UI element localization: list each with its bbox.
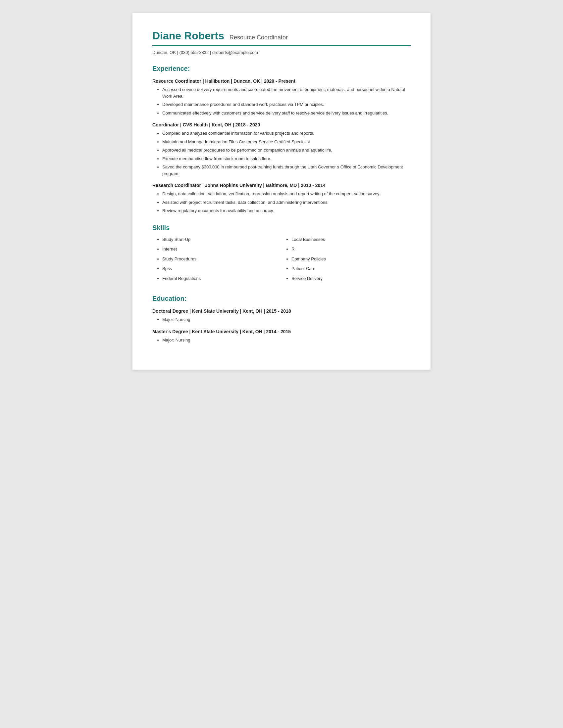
job-bullets-1: Assessed service delivery requirements a…	[152, 86, 411, 116]
skills-grid: Study Start-Up Internet Study Procedures…	[152, 236, 411, 285]
skills-right-column: Local Businesses R Company Policies Pati…	[282, 236, 411, 285]
job-heading-3: Research Coordinator | Johns Hopkins Uni…	[152, 183, 411, 188]
skill-item: Internet	[162, 246, 282, 252]
job-bullets-3: Design, data collection, validation, ver…	[152, 191, 411, 214]
bullet-item: Assessed service delivery requirements a…	[162, 86, 411, 99]
education-section: Education: Doctoral Degree | Kent State …	[152, 295, 411, 343]
bullet-item: Assisted with project recruitment tasks,…	[162, 199, 411, 206]
experience-title: Experience:	[152, 65, 411, 72]
education-title: Education:	[152, 295, 411, 302]
skill-item: Study Start-Up	[162, 236, 282, 243]
degree-bullets-2: Major: Nursing	[152, 337, 411, 343]
bullet-item: Compiled and analyzes confidential infor…	[162, 130, 411, 137]
candidate-name: Diane Roberts	[152, 30, 224, 42]
skills-title: Skills	[152, 224, 411, 232]
bullet-item: Approved all medical procedures to be pe…	[162, 147, 411, 154]
skills-section: Skills Study Start-Up Internet Study Pro…	[152, 224, 411, 285]
skill-item: Service Delivery	[292, 275, 411, 282]
skill-item: Patient Care	[292, 265, 411, 272]
degree-heading-1: Doctoral Degree | Kent State University …	[152, 308, 411, 314]
skill-item: Company Policies	[292, 256, 411, 262]
skills-left-column: Study Start-Up Internet Study Procedures…	[152, 236, 282, 285]
degree-bullets-1: Major: Nursing	[152, 316, 411, 323]
experience-section: Experience: Resource Coordinator | Halli…	[152, 65, 411, 214]
candidate-title: Resource Coordinator	[229, 34, 288, 41]
job-bullets-2: Compiled and analyzes confidential infor…	[152, 130, 411, 177]
bullet-item: Maintain and Manage Immigration Files Cu…	[162, 139, 411, 145]
bullet-item: Saved the company $300,000 in reimbursed…	[162, 164, 411, 177]
header-divider	[152, 45, 411, 46]
degree-heading-2: Master's Degree | Kent State University …	[152, 329, 411, 334]
bullet-item: Communicated effectively with customers …	[162, 110, 411, 116]
bullet-item: Execute merchandise flow from stock room…	[162, 156, 411, 162]
skill-item: Study Procedures	[162, 256, 282, 262]
resume-container: Diane Roberts Resource Coordinator Dunca…	[132, 13, 431, 370]
bullet-item: Design, data collection, validation, ver…	[162, 191, 411, 197]
header-section: Diane Roberts Resource Coordinator Dunca…	[152, 30, 411, 55]
skill-item: Federal Regulations	[162, 275, 282, 282]
contact-info: Duncan, OK | (330) 555-3832 | droberts@e…	[152, 50, 411, 55]
name-title-row: Diane Roberts Resource Coordinator	[152, 30, 411, 42]
bullet-item: Review regulatory documents for availabi…	[162, 207, 411, 214]
skill-item: Spss	[162, 265, 282, 272]
degree-major-2: Major: Nursing	[162, 337, 411, 343]
bullet-item: Developed maintenance procedures and sta…	[162, 101, 411, 108]
skill-item: R	[292, 246, 411, 252]
job-heading-1: Resource Coordinator | Halliburton | Dun…	[152, 78, 411, 84]
skill-item: Local Businesses	[292, 236, 411, 243]
degree-major-1: Major: Nursing	[162, 316, 411, 323]
job-heading-2: Coordinator | CVS Health | Kent, OH | 20…	[152, 122, 411, 127]
